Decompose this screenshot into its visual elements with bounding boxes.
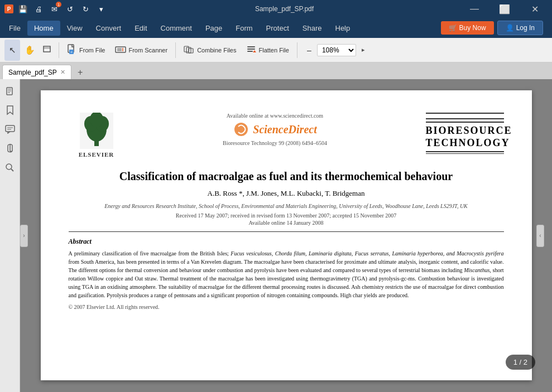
elsevier-tree-icon [80, 113, 113, 149]
svg-text:+: + [70, 50, 73, 54]
from-scanner-button[interactable]: From Scanner [111, 40, 172, 60]
sidebar-attachments-button[interactable] [2, 141, 18, 156]
new-tab-button[interactable]: + [74, 66, 87, 79]
undo-icon[interactable]: ↺ [64, 3, 76, 15]
pdf-viewer[interactable]: ELSEVIER Available online at www.science… [20, 79, 552, 392]
menubar: File Home View Convert Edit Comment Page… [0, 18, 552, 38]
sciencedirect-swirl-icon [233, 121, 249, 138]
abstract-title: Abstract [69, 238, 504, 246]
maximize-button[interactable]: ⬜ [492, 0, 517, 18]
tab-label: Sample_pdf_SP [8, 69, 57, 76]
svg-line-25 [11, 169, 13, 171]
titlebar-left: P 💾 🖨 ✉ 1 ↺ ↻ ▾ [4, 3, 107, 15]
pdf-page: ELSEVIER Available online at www.science… [41, 90, 532, 380]
available-online-text: Available online at www.sciencedirect.co… [136, 113, 415, 119]
titlebar-right: — ⬜ ✕ [462, 0, 548, 18]
zoom-control: – 108% 50% 75% 100% 125% 150% ▸ [303, 44, 369, 56]
bioresource-block: BIORESOURCE TECHNOLOGY [426, 113, 504, 154]
sidebar-comments-button[interactable] [2, 122, 18, 137]
user-icon: 👤 [506, 24, 514, 32]
main-content: › ELSEVIER [0, 79, 552, 392]
email-icon[interactable]: ✉ 1 [48, 3, 60, 15]
svg-marker-16 [253, 50, 256, 52]
sidebar-bookmarks-button[interactable] [2, 103, 18, 118]
svg-point-24 [6, 164, 12, 170]
menu-help[interactable]: Help [329, 21, 357, 36]
select-icon: ↖ [9, 45, 16, 55]
menu-view[interactable]: View [60, 21, 89, 36]
svg-rect-8 [117, 48, 122, 51]
right-panel-toggle[interactable]: ‹ [536, 225, 544, 247]
left-panel-toggle[interactable]: › [20, 225, 28, 247]
svg-rect-15 [247, 51, 253, 52]
menu-file[interactable]: File [2, 21, 27, 36]
zoom-select[interactable]: 108% 50% 75% 100% 125% 150% [317, 44, 356, 56]
from-file-button[interactable]: + From File [63, 40, 109, 60]
window-title: Sample_pdf_SP.pdf [255, 5, 314, 13]
pdf-header: ELSEVIER Available online at www.science… [69, 113, 504, 158]
print-icon[interactable]: 🖨 [32, 3, 45, 15]
combine-icon [184, 45, 195, 55]
svg-rect-13 [247, 46, 255, 47]
menu-page[interactable]: Page [199, 21, 229, 36]
separator-1 [59, 42, 59, 58]
hand-icon: ✋ [25, 45, 35, 55]
elsevier-logo: ELSEVIER [69, 113, 124, 158]
dropdown-icon[interactable]: ▾ [95, 3, 107, 15]
paper-affiliation: Energy and Resources Research Institute,… [69, 202, 504, 210]
redo-icon[interactable]: ↻ [79, 3, 92, 15]
flatten-file-button[interactable]: Flatten File [242, 40, 293, 60]
buy-now-label: Buy Now [459, 24, 486, 32]
tab-close-button[interactable]: ✕ [60, 69, 65, 76]
save-icon[interactable]: 💾 [17, 3, 29, 15]
from-file-label: From File [79, 47, 105, 54]
zoom-out-button[interactable]: – [303, 44, 315, 56]
zoom-more-button[interactable]: ▸ [358, 44, 369, 56]
left-sidebar [0, 79, 20, 392]
menu-home[interactable]: Home [27, 21, 60, 36]
annotate-tool-button[interactable] [40, 40, 55, 61]
log-in-button[interactable]: 👤 Log In [497, 21, 543, 35]
pdf-tab[interactable]: Sample_pdf_SP ✕ [2, 65, 71, 79]
tabbar: Sample_pdf_SP ✕ + [0, 62, 552, 79]
separator-2 [175, 42, 176, 58]
menu-edit[interactable]: Edit [128, 21, 153, 36]
paper-authors: A.B. Ross *, J.M. Jones, M.L. Kubacki, T… [69, 189, 504, 198]
abstract-text: A preliminary classification of five mac… [69, 249, 504, 299]
svg-rect-21 [6, 125, 15, 132]
cart-icon: 🛒 [449, 24, 457, 32]
select-tool-button[interactable]: ↖ [4, 40, 20, 61]
abstract-section: Abstract A preliminary classification of… [69, 238, 504, 310]
page-indicator: 1 / 2 [506, 355, 535, 370]
hand-tool-button[interactable]: ✋ [21, 40, 39, 61]
paper-received: Received 17 May 2007; received in revise… [69, 212, 504, 219]
titlebar-center: Sample_pdf_SP.pdf [107, 5, 462, 13]
sidebar-pages-button[interactable] [2, 84, 18, 99]
combine-files-label: Combine Files [197, 47, 236, 54]
file-icon: + [67, 44, 77, 56]
minimize-button[interactable]: — [462, 0, 487, 18]
app-logo-icon: P [4, 4, 13, 13]
sciencedirect-logo-text: ScienceDirect [253, 123, 316, 136]
titlebar: P 💾 🖨 ✉ 1 ↺ ↻ ▾ Sample_pdf_SP.pdf — ⬜ ✕ [0, 0, 552, 18]
close-button[interactable]: ✕ [522, 0, 548, 18]
menu-share[interactable]: Share [296, 21, 329, 36]
menu-convert[interactable]: Convert [89, 21, 128, 36]
svg-rect-2 [44, 46, 50, 52]
menu-protect[interactable]: Protect [260, 21, 296, 36]
menubar-right: 🛒 Buy Now 👤 Log In [441, 21, 550, 35]
sciencedirect-block: Available online at www.sciencedirect.co… [124, 113, 426, 146]
svg-rect-14 [247, 49, 255, 50]
elsevier-label: ELSEVIER [79, 151, 114, 158]
svg-text:P: P [7, 6, 11, 12]
combine-files-button[interactable]: Combine Files [179, 40, 241, 60]
sidebar-search-button[interactable] [2, 159, 18, 175]
menu-form[interactable]: Form [229, 21, 259, 36]
paper-separator [69, 231, 504, 232]
flatten-file-label: Flatten File [258, 47, 289, 54]
menu-comment[interactable]: Comment [154, 21, 199, 36]
log-in-label: Log In [516, 24, 535, 32]
buy-now-button[interactable]: 🛒 Buy Now [441, 21, 494, 35]
separator-3 [297, 42, 297, 58]
scanner-icon [115, 45, 126, 55]
